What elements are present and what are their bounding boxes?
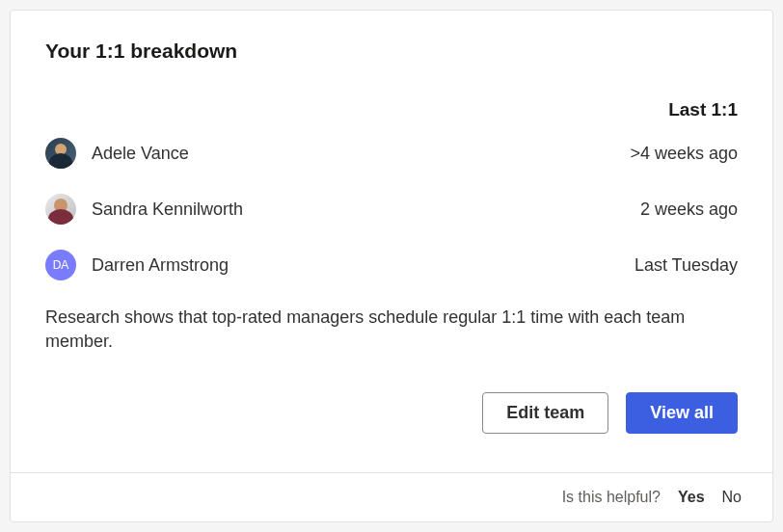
person-last-time: >4 weeks ago <box>630 144 738 164</box>
avatar <box>45 194 76 225</box>
card-title: Your 1:1 breakdown <box>45 40 738 63</box>
person-name: Adele Vance <box>92 144 189 164</box>
person-left: Sandra Kennilworth <box>45 194 243 225</box>
person-left: DA Darren Armstrong <box>45 250 229 280</box>
person-last-time: 2 weeks ago <box>640 200 738 220</box>
edit-team-button[interactable]: Edit team <box>482 392 608 434</box>
person-left: Adele Vance <box>45 138 189 169</box>
person-name: Darren Armstrong <box>92 255 229 276</box>
list-header: Last 1:1 <box>45 99 738 120</box>
breakdown-card: Your 1:1 breakdown Last 1:1 Adele Vance … <box>10 10 773 522</box>
person-row: Adele Vance >4 weeks ago <box>45 138 738 169</box>
helpful-no-button[interactable]: No <box>722 489 742 506</box>
helpful-yes-button[interactable]: Yes <box>678 489 705 506</box>
person-row: DA Darren Armstrong Last Tuesday <box>45 250 738 280</box>
helpful-prompt: Is this helpful? <box>562 489 661 506</box>
helpful-bar: Is this helpful? Yes No <box>11 472 772 521</box>
button-row: Edit team View all <box>45 392 738 434</box>
avatar: DA <box>45 250 76 280</box>
avatar <box>45 138 76 169</box>
person-row: Sandra Kennilworth 2 weeks ago <box>45 194 738 225</box>
research-text: Research shows that top-rated managers s… <box>45 306 738 354</box>
last-column-header: Last 1:1 <box>668 99 738 120</box>
person-last-time: Last Tuesday <box>634 255 738 276</box>
person-name: Sandra Kennilworth <box>92 200 243 220</box>
view-all-button[interactable]: View all <box>626 392 738 434</box>
card-body: Your 1:1 breakdown Last 1:1 Adele Vance … <box>11 11 772 434</box>
